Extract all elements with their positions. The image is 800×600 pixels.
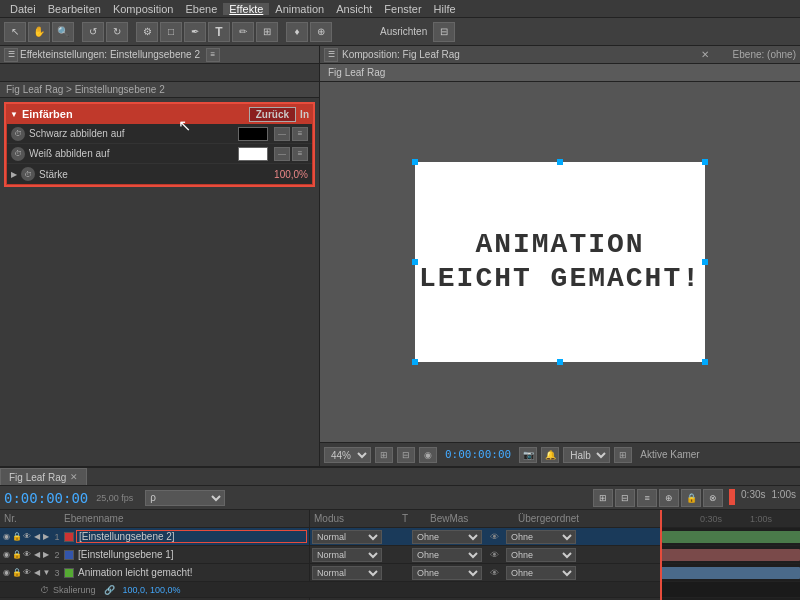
layer-lock-2[interactable]: 🔒	[12, 549, 22, 561]
handle-tm[interactable]	[557, 159, 563, 165]
layer-bewmas-select-3[interactable]: Ohne	[412, 566, 482, 580]
menu-hilfe[interactable]: Hilfe	[428, 3, 462, 15]
tool-rect[interactable]: □	[160, 22, 182, 42]
layer-name-3[interactable]: Animation leicht gemacht!	[76, 567, 307, 578]
timeline-tab-close[interactable]: ✕	[70, 472, 78, 482]
weiss-color-swatch[interactable]	[238, 147, 268, 161]
tl-btn1[interactable]: ⊞	[593, 489, 613, 507]
back-button[interactable]: Zurück	[249, 107, 296, 122]
comp-icon-btn6[interactable]: ⊞	[614, 447, 632, 463]
panel-options-btn[interactable]: ≡	[206, 48, 220, 62]
menu-bearbeiten[interactable]: Bearbeiten	[42, 3, 107, 15]
menu-komposition[interactable]: Komposition	[107, 3, 180, 15]
handle-br[interactable]	[702, 359, 708, 365]
comp-icon-btn4[interactable]: 📷	[519, 447, 537, 463]
layer-name-2[interactable]: [Einstellungsebene 1]	[76, 549, 307, 560]
layer-color-1[interactable]	[64, 532, 74, 542]
tool-text[interactable]: T	[208, 22, 230, 42]
comp-icon-btn2[interactable]: ⊟	[397, 447, 415, 463]
layer-solo-3[interactable]: ◉	[2, 567, 11, 579]
tool-zoom[interactable]: 🔍	[52, 22, 74, 42]
tl-btn5[interactable]: 🔒	[681, 489, 701, 507]
layer-lock-1[interactable]: 🔒	[12, 531, 22, 543]
layer-vis-icon-2[interactable]: 👁	[490, 550, 504, 560]
layer-expand-3[interactable]: ▼	[42, 567, 51, 579]
layer-vis-1[interactable]: 👁	[23, 531, 32, 543]
comp-icon-btn5[interactable]: 🔔	[541, 447, 559, 463]
layer-vis-icon-3[interactable]: 👁	[490, 568, 504, 578]
schwarz-color-swatch[interactable]	[238, 127, 268, 141]
tl-search-select[interactable]: ρ	[145, 490, 225, 506]
layer-row-2[interactable]: ◉ 🔒 👁 ◀ ▶ 2 [Einstellungsebene 1]	[0, 546, 660, 564]
layer-row-3[interactable]: ◉ 🔒 👁 ◀ ▼ 3 Animation leicht gemacht!	[0, 564, 660, 582]
layer-solo-1[interactable]: ◉	[2, 531, 11, 543]
comp-icon-btn1[interactable]: ⊞	[375, 447, 393, 463]
tl-btn4[interactable]: ⊕	[659, 489, 679, 507]
menu-effekte[interactable]: Effekte	[223, 3, 269, 15]
tool-hand[interactable]: ✋	[28, 22, 50, 42]
timeline-tab-fig-leaf-rag[interactable]: Fig Leaf Rag ✕	[0, 468, 87, 485]
tool-settings[interactable]: ⚙	[136, 22, 158, 42]
handle-bl[interactable]	[412, 359, 418, 365]
layer-vis-2[interactable]: 👁	[23, 549, 32, 561]
tl-btn3[interactable]: ≡	[637, 489, 657, 507]
tl-btn6[interactable]: ⊗	[703, 489, 723, 507]
layer-vis-3[interactable]: 👁	[23, 567, 32, 579]
tool-camera[interactable]: ⊕	[310, 22, 332, 42]
handle-mr[interactable]	[702, 259, 708, 265]
align-btn[interactable]: ⊟	[433, 22, 455, 42]
col-ebenenname-label: Ebenenname	[64, 513, 305, 524]
tool-pen[interactable]: ✒	[184, 22, 206, 42]
panel-menu-btn[interactable]: ☰	[4, 48, 18, 62]
zoom-select[interactable]: 44%	[324, 447, 371, 463]
group-collapse-arrow[interactable]: ▼	[10, 110, 18, 119]
comp-close-btn[interactable]: ✕	[697, 49, 713, 60]
layer-color-3[interactable]	[64, 568, 74, 578]
layer-lock-3[interactable]: 🔒	[12, 567, 22, 579]
layer-overgeordnet-select-1[interactable]: Ohne	[506, 530, 576, 544]
quality-select[interactable]: Halb	[563, 447, 610, 463]
menu-datei[interactable]: Datei	[4, 3, 42, 15]
layer-play-1[interactable]: ▶	[42, 531, 51, 543]
tool-redo[interactable]: ↻	[106, 22, 128, 42]
menu-ebene[interactable]: Ebene	[179, 3, 223, 15]
layer-solo-2[interactable]: ◉	[2, 549, 11, 561]
layer-mode-select-3[interactable]: Normal	[312, 566, 382, 580]
layer-color-2[interactable]	[64, 550, 74, 560]
layer-overgeordnet-select-2[interactable]: Ohne	[506, 548, 576, 562]
comp-canvas[interactable]: ANIMATION LEICHT GEMACHT!	[320, 82, 800, 442]
menu-ansicht[interactable]: Ansicht	[330, 3, 378, 15]
schwarz-mini-btn2[interactable]: ≡	[292, 127, 308, 141]
handle-bm[interactable]	[557, 359, 563, 365]
layer-play-2[interactable]: ▶	[42, 549, 51, 561]
tool-undo[interactable]: ↺	[82, 22, 104, 42]
weiss-mini-btn1[interactable]: —	[274, 147, 290, 161]
handle-tr[interactable]	[702, 159, 708, 165]
handle-ml[interactable]	[412, 259, 418, 265]
layer-audio-2[interactable]: ◀	[32, 549, 41, 561]
layer-bewmas-select-2[interactable]: Ohne	[412, 548, 482, 562]
menu-fenster[interactable]: Fenster	[378, 3, 427, 15]
layer-mode-select-2[interactable]: Normal	[312, 548, 382, 562]
layer-audio-1[interactable]: ◀	[32, 531, 41, 543]
comp-tab-fig-leaf-rag[interactable]: Fig Leaf Rag	[320, 64, 800, 82]
comp-menu-btn[interactable]: ☰	[324, 48, 338, 62]
menu-animation[interactable]: Animation	[269, 3, 330, 15]
tool-puppet[interactable]: ♦	[286, 22, 308, 42]
tl-btn2[interactable]: ⊟	[615, 489, 635, 507]
tool-clone[interactable]: ⊞	[256, 22, 278, 42]
layer-row-1[interactable]: ◉ 🔒 👁 ◀ ▶ 1 [Einstellungsebene 2]	[0, 528, 660, 546]
comp-icon-btn3[interactable]: ◉	[419, 447, 437, 463]
staerke-arrow[interactable]: ▶	[11, 170, 17, 179]
layer-audio-3[interactable]: ◀	[32, 567, 41, 579]
schwarz-mini-btn1[interactable]: —	[274, 127, 290, 141]
layer-overgeordnet-select-3[interactable]: Ohne	[506, 566, 576, 580]
handle-tl[interactable]	[412, 159, 418, 165]
layer-name-1[interactable]: [Einstellungsebene 2]	[76, 530, 307, 543]
layer-bewmas-select-1[interactable]: Ohne	[412, 530, 482, 544]
tool-arrow[interactable]: ↖	[4, 22, 26, 42]
weiss-mini-btn2[interactable]: ≡	[292, 147, 308, 161]
layer-mode-select-1[interactable]: Normal	[312, 530, 382, 544]
tool-brush[interactable]: ✏	[232, 22, 254, 42]
layer-vis-icon-1[interactable]: 👁	[490, 532, 504, 542]
